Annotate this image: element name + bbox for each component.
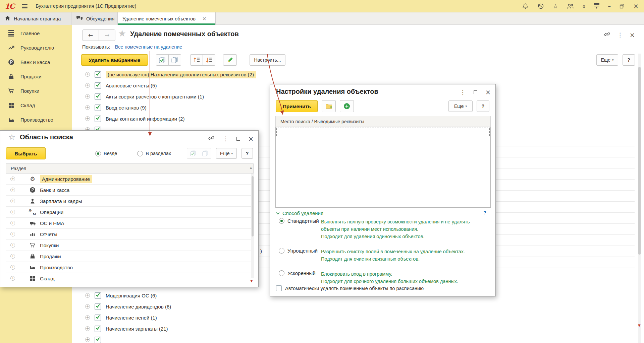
list-item[interactable]: + ОС и НМА [6, 218, 254, 229]
restore-icon[interactable] [620, 4, 625, 9]
radio-simplified[interactable] [279, 248, 284, 254]
apply-button[interactable]: Применить [276, 100, 318, 112]
expand-icon[interactable]: + [10, 210, 15, 214]
expand-icon[interactable]: + [10, 221, 15, 225]
expand-icon[interactable]: + [85, 304, 90, 309]
expand-icon[interactable]: + [85, 293, 90, 298]
main-menu-icon[interactable] [22, 4, 28, 8]
expand-icon[interactable]: + [10, 254, 15, 259]
radio-accelerated[interactable] [279, 270, 284, 276]
sidebar-item-purchases[interactable]: Покупки [0, 84, 72, 98]
main-scrollbar[interactable] [638, 54, 641, 343]
table-row[interactable]: + (не используется) Назначения дополните… [80, 69, 635, 80]
expand-icon[interactable]: + [10, 243, 15, 248]
row-checkbox[interactable] [95, 116, 101, 122]
expand-icon[interactable]: + [85, 326, 90, 331]
expand-icon[interactable]: + [10, 188, 15, 192]
expand-icon[interactable]: + [85, 116, 90, 121]
radio-everywhere[interactable] [95, 151, 101, 156]
tab-deletion-active[interactable]: Удаление помеченных объектов × [118, 12, 216, 25]
tab-discussions[interactable]: Обсуждения [71, 12, 118, 25]
sidebar-item-production[interactable]: Производство [0, 113, 72, 127]
sidebar-item-warehouse[interactable]: Склад [0, 98, 72, 113]
expand-icon[interactable]: + [10, 265, 15, 270]
section-help-link[interactable]: ? [483, 210, 486, 215]
expand-icon[interactable]: + [85, 337, 90, 342]
service-menu-icon[interactable]: ▾ [594, 3, 599, 9]
list-item[interactable]: + ⚙ Администрирование [6, 174, 254, 185]
sidebar-item-bank[interactable]: Банк и касса [0, 55, 72, 69]
radio-standard[interactable] [279, 218, 284, 224]
scroll-down-icon[interactable]: ▼ [638, 324, 641, 327]
sidebar-item-main[interactable]: Главное [0, 26, 72, 41]
row-checkbox[interactable] [95, 326, 101, 332]
users-icon[interactable] [567, 3, 574, 9]
close-window-icon[interactable]: × [633, 2, 639, 10]
list-item[interactable]: + ДтКт Операции [6, 207, 254, 218]
dialog-scrollbar[interactable] [251, 174, 254, 278]
expand-icon[interactable]: + [85, 72, 90, 77]
back-button[interactable]: ← [82, 29, 99, 41]
list-item[interactable]: + Зарплата и кадры [6, 196, 254, 207]
get-link-icon[interactable] [208, 135, 215, 143]
help-button[interactable]: ? [241, 148, 253, 159]
edit-pencil-button[interactable] [223, 54, 237, 66]
expand-icon[interactable]: + [10, 232, 15, 236]
more-menu-icon[interactable]: ⋮ [223, 136, 228, 142]
expand-all-button[interactable] [203, 54, 215, 66]
close-dialog-icon[interactable]: × [485, 88, 491, 96]
option-simplified[interactable]: Упрощенный [279, 248, 318, 254]
expand-icon[interactable]: + [85, 94, 90, 99]
row-checkbox[interactable] [95, 71, 101, 78]
more-button[interactable]: Еще▾ [596, 54, 618, 66]
tab-close-icon[interactable]: × [202, 16, 207, 22]
notifications-bell-icon[interactable] [522, 3, 529, 9]
radio-in-sections[interactable] [137, 151, 143, 156]
row-checkbox[interactable] [95, 82, 101, 89]
favorites-star-icon[interactable]: ☆ [553, 3, 558, 10]
maximize-icon[interactable] [236, 137, 240, 141]
uncheck-all-button[interactable] [168, 54, 181, 66]
tab-home[interactable]: Начальная страница [0, 12, 71, 25]
option-accelerated[interactable]: Ускоренный [279, 270, 316, 276]
row-checkbox[interactable] [95, 292, 101, 299]
select-button[interactable]: Выбрать [6, 147, 46, 159]
scroll-up-icon[interactable]: ▲ [250, 166, 252, 169]
close-dialog-icon[interactable]: × [248, 135, 254, 142]
more-button[interactable]: Еще▾ [216, 148, 237, 159]
list-item[interactable]: + Склад [6, 273, 254, 284]
favorite-star-icon[interactable]: ★ [118, 28, 126, 39]
minimize-icon[interactable]: – [608, 3, 611, 9]
more-menu-icon[interactable]: ⋮ [617, 32, 623, 38]
row-checkbox[interactable] [95, 337, 101, 343]
row-checkbox[interactable] [95, 315, 101, 321]
list-item[interactable]: + Отчеты [6, 229, 254, 240]
expand-icon[interactable]: + [85, 83, 90, 88]
row-checkbox[interactable] [95, 93, 101, 100]
expand-icon[interactable]: + [10, 199, 15, 203]
more-button[interactable]: Еще▾ [448, 100, 473, 112]
expand-icon[interactable]: + [85, 315, 90, 320]
row-checkbox[interactable] [95, 105, 101, 111]
list-item[interactable]: + Покупки [6, 240, 254, 251]
collapse-all-button[interactable] [190, 54, 203, 66]
table-row[interactable]: + Начисления зарплаты (21) [80, 323, 635, 334]
schedule-checkbox[interactable] [276, 285, 282, 291]
method-section-header[interactable]: Способ удаления [276, 210, 323, 216]
search-places-table[interactable] [275, 127, 491, 208]
option-standard[interactable]: Стандартный [279, 218, 319, 224]
configure-button[interactable]: Настроить... [250, 54, 285, 66]
list-item[interactable]: + Продажи [6, 251, 254, 262]
check-all-button[interactable] [156, 54, 169, 66]
check-all-button[interactable] [187, 148, 199, 159]
favorite-star-icon[interactable]: ☆ [8, 133, 15, 141]
table-row[interactable]: + Начисление дивидендов (6) [80, 301, 635, 312]
dialog-scrollbar-thumb[interactable] [252, 176, 254, 236]
sidebar-item-sales[interactable]: Продажи [0, 69, 72, 84]
add-group-folder-button[interactable] [322, 100, 336, 112]
close-form-icon[interactable]: × [630, 31, 635, 39]
expand-icon[interactable]: + [85, 105, 90, 110]
table-row[interactable]: + Начисление пеней (1) [80, 312, 635, 323]
add-item-button[interactable] [340, 100, 354, 112]
row-checkbox[interactable] [95, 303, 101, 310]
